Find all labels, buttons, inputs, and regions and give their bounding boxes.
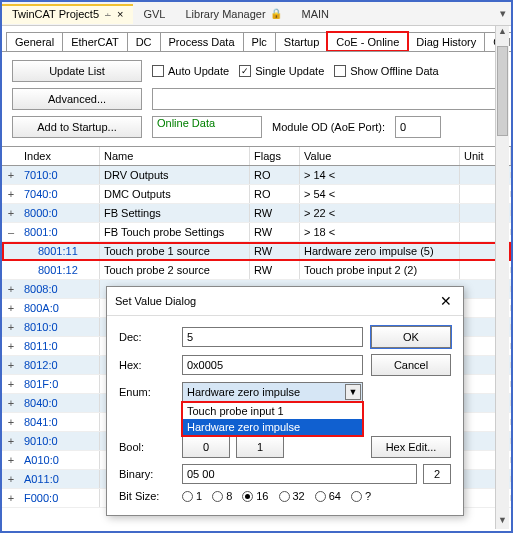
sub-tab-plc[interactable]: Plc xyxy=(243,32,276,51)
binary-len-input[interactable] xyxy=(423,464,451,484)
single-update-checkbox[interactable]: ✓Single Update xyxy=(239,65,324,77)
checkbox-label: Auto Update xyxy=(168,65,229,77)
auto-update-checkbox[interactable]: Auto Update xyxy=(152,65,229,77)
show-offline-checkbox[interactable]: Show Offline Data xyxy=(334,65,438,77)
advanced-button[interactable]: Advanced... xyxy=(12,88,142,110)
bitsize-radio-1[interactable]: 1 xyxy=(182,490,202,502)
cancel-button[interactable]: Cancel xyxy=(371,354,451,376)
cell-index: A010:0 xyxy=(20,451,100,469)
close-icon[interactable]: × xyxy=(117,8,123,20)
cell-index: 8001:12 xyxy=(20,261,100,279)
close-icon[interactable]: ✕ xyxy=(437,293,455,309)
expand-toggle[interactable]: + xyxy=(2,356,20,374)
expand-toggle[interactable]: + xyxy=(2,470,20,488)
expand-toggle[interactable]: + xyxy=(2,451,20,469)
bitsize-group: 18163264? xyxy=(182,490,451,502)
pin-icon[interactable]: ⫠ xyxy=(103,8,113,19)
table-row[interactable]: +8000:0FB SettingsRW> 22 < xyxy=(2,204,511,223)
scroll-thumb[interactable] xyxy=(497,46,508,136)
bitsize-radio-32[interactable]: 32 xyxy=(279,490,305,502)
doc-tab-library[interactable]: Library Manager 🔒 xyxy=(175,4,291,24)
ok-button[interactable]: OK xyxy=(371,326,451,348)
bitsize-radio-?[interactable]: ? xyxy=(351,490,371,502)
expand-toggle[interactable]: + xyxy=(2,337,20,355)
col-header-name[interactable]: Name xyxy=(100,147,250,165)
cell-index: 801F:0 xyxy=(20,375,100,393)
hex-input[interactable] xyxy=(182,355,363,375)
col-header-index[interactable]: Index xyxy=(20,147,100,165)
checkbox-label: Show Offline Data xyxy=(350,65,438,77)
table-row[interactable]: 8001:11Touch probe 1 sourceRWHardware ze… xyxy=(2,242,511,261)
expand-toggle[interactable]: + xyxy=(2,318,20,336)
filter-input[interactable] xyxy=(152,88,501,110)
cell-index: 8010:0 xyxy=(20,318,100,336)
expand-toggle[interactable]: – xyxy=(2,223,20,241)
expand-toggle[interactable]: + xyxy=(2,299,20,317)
scroll-down-icon[interactable]: ▼ xyxy=(496,515,509,529)
vertical-scrollbar[interactable]: ▲ ▼ xyxy=(495,26,509,529)
expand-toggle[interactable]: + xyxy=(2,204,20,222)
expand-toggle[interactable]: + xyxy=(2,280,20,298)
bool-1-button[interactable]: 1 xyxy=(236,436,284,458)
sub-tab-dc[interactable]: DC xyxy=(127,32,161,51)
cell-name: Touch probe 1 source xyxy=(100,242,250,260)
bitsize-radio-8[interactable]: 8 xyxy=(212,490,232,502)
expand-toggle[interactable]: + xyxy=(2,489,20,507)
expand-toggle[interactable]: + xyxy=(2,185,20,203)
cell-name: DMC Outputs xyxy=(100,185,250,203)
property-tab-bar: GeneralEtherCATDCProcess DataPlcStartupC… xyxy=(2,26,511,52)
cell-index: 8001:11 xyxy=(20,242,100,260)
dec-input[interactable] xyxy=(182,327,363,347)
lock-icon: 🔒 xyxy=(270,8,282,19)
expand-toggle[interactable]: + xyxy=(2,166,20,184)
table-row[interactable]: +7010:0DRV OutputsRO> 14 < xyxy=(2,166,511,185)
enum-option[interactable]: Touch probe input 1 xyxy=(183,403,362,419)
table-row[interactable]: +7040:0DMC OutputsRO> 54 < xyxy=(2,185,511,204)
module-od-input[interactable] xyxy=(395,116,441,138)
enum-label: Enum: xyxy=(119,386,174,398)
bitsize-radio-16[interactable]: 16 xyxy=(242,490,268,502)
col-header-flags[interactable]: Flags xyxy=(250,147,300,165)
cell-index: 8040:0 xyxy=(20,394,100,412)
sub-tab-coe-online[interactable]: CoE - Online xyxy=(327,32,408,51)
chevron-down-icon[interactable]: ▼ xyxy=(345,384,361,400)
add-to-startup-button[interactable]: Add to Startup... xyxy=(12,116,142,138)
enum-combobox[interactable]: ▼ Touch probe input 1 Hardware zero impu… xyxy=(182,382,363,402)
cell-index: F000:0 xyxy=(20,489,100,507)
doc-tab-label: Library Manager xyxy=(185,8,265,20)
sub-tab-ethercat[interactable]: EtherCAT xyxy=(62,32,127,51)
sub-tab-diag-history[interactable]: Diag History xyxy=(407,32,485,51)
expand-toggle[interactable]: + xyxy=(2,375,20,393)
cell-name: FB Touch probe Settings xyxy=(100,223,250,241)
hex-edit-button[interactable]: Hex Edit... xyxy=(371,436,451,458)
table-row[interactable]: –8001:0FB Touch probe SettingsRW> 18 < xyxy=(2,223,511,242)
online-data-field[interactable]: Online Data xyxy=(152,116,262,138)
enum-option[interactable]: Hardware zero impulse xyxy=(183,419,362,435)
radio-label: 64 xyxy=(329,490,341,502)
expand-toggle[interactable]: + xyxy=(2,432,20,450)
doc-tab-gvl[interactable]: GVL xyxy=(133,4,175,24)
scroll-up-icon[interactable]: ▲ xyxy=(496,26,509,40)
cell-index: 7010:0 xyxy=(20,166,100,184)
cell-index: 8001:0 xyxy=(20,223,100,241)
sub-tab-startup[interactable]: Startup xyxy=(275,32,328,51)
sub-tab-general[interactable]: General xyxy=(6,32,63,51)
col-header-value[interactable]: Value xyxy=(300,147,460,165)
doc-tab-main[interactable]: MAIN xyxy=(292,4,340,24)
expand-toggle[interactable]: + xyxy=(2,394,20,412)
tab-overflow-icon[interactable]: ▾ xyxy=(495,7,511,20)
enum-value[interactable] xyxy=(182,382,363,402)
bitsize-radio-64[interactable]: 64 xyxy=(315,490,341,502)
expand-toggle[interactable]: + xyxy=(2,413,20,431)
cell-index: 8041:0 xyxy=(20,413,100,431)
binary-input[interactable] xyxy=(182,464,417,484)
radio-label: 8 xyxy=(226,490,232,502)
table-row[interactable]: 8001:12Touch probe 2 sourceRWTouch probe… xyxy=(2,261,511,280)
cell-flags: RW xyxy=(250,261,300,279)
update-list-button[interactable]: Update List xyxy=(12,60,142,82)
cell-flags: RO xyxy=(250,166,300,184)
checkbox-label: Single Update xyxy=(255,65,324,77)
bool-0-button[interactable]: 0 xyxy=(182,436,230,458)
sub-tab-process-data[interactable]: Process Data xyxy=(160,32,244,51)
doc-tab-project[interactable]: TwinCAT Project5 ⫠ × xyxy=(2,4,133,24)
